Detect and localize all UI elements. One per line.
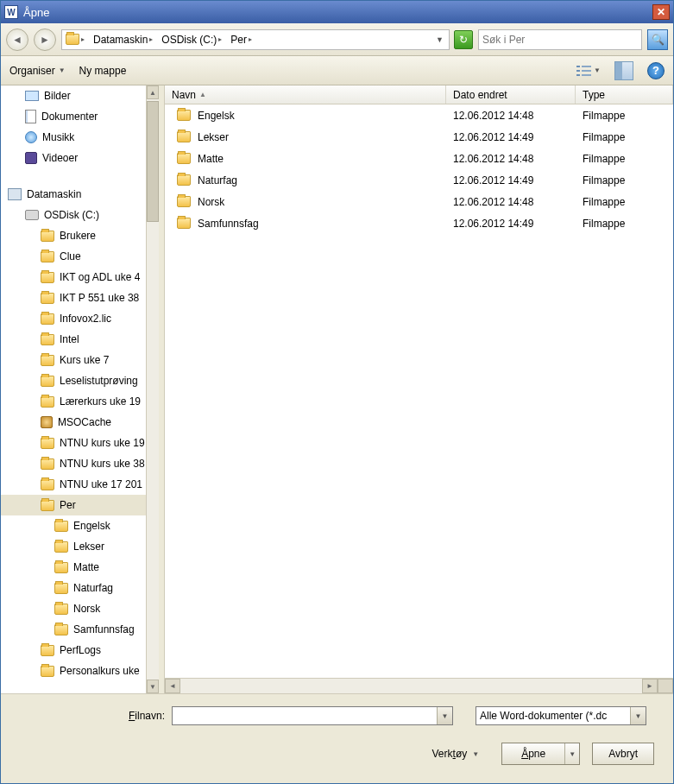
file-row[interactable]: Engelsk12.06.2012 14:48Filmappe: [165, 104, 673, 126]
chevron-right-icon: ▸: [218, 35, 222, 43]
tree-item[interactable]: Musikk: [1, 127, 146, 148]
open-button[interactable]: Åpne ▼: [501, 743, 580, 765]
tree-item[interactable]: NTNU kurs uke 19: [1, 433, 146, 453]
tree-item[interactable]: Dokumenter: [1, 106, 146, 127]
list-hscrollbar[interactable]: ◄ ►: [165, 678, 673, 693]
tree-item[interactable]: NTNU kurs uke 38: [1, 453, 146, 474]
column-header-name[interactable]: Navn ▲: [165, 85, 446, 104]
close-button[interactable]: ✕: [652, 4, 670, 20]
breadcrumb-label: OSDisk (C:): [161, 34, 217, 46]
search-input[interactable]: Søk i Per: [478, 29, 642, 50]
breadcrumb-item[interactable]: OSDisk (C:) ▸: [158, 31, 225, 48]
file-list-panel: Navn ▲ Dato endret Type Engelsk12.06.201…: [164, 85, 673, 693]
scroll-left-button[interactable]: ◄: [165, 679, 180, 693]
tree-item[interactable]: Naturfag: [1, 578, 146, 598]
list-view-icon: [576, 65, 591, 77]
tree-item[interactable]: Bilder: [1, 85, 146, 106]
new-folder-button[interactable]: Ny mappe: [79, 65, 127, 77]
file-row[interactable]: Lekser12.06.2012 14:49Filmappe: [165, 126, 673, 148]
tree-item[interactable]: Brukere: [1, 225, 146, 246]
disk-icon: [25, 210, 39, 220]
organize-menu[interactable]: Organiser ▼: [9, 65, 66, 77]
tree-item[interactable]: Infovox2.lic: [1, 308, 146, 329]
file-type: Filmappe: [583, 218, 673, 230]
main-area: BilderDokumenterMusikkVideoerDatamaskinO…: [1, 85, 673, 693]
tree-item[interactable]: Samfunnsfag: [1, 619, 146, 640]
tree-item[interactable]: Kurs uke 7: [1, 350, 146, 370]
folder-icon: [177, 196, 191, 207]
tools-menu[interactable]: Verktøy ▼: [432, 748, 480, 760]
folder-icon: [41, 313, 54, 325]
file-row[interactable]: Naturfag12.06.2012 14:49Filmappe: [165, 169, 673, 191]
app-icon: W: [4, 5, 18, 19]
column-header-type[interactable]: Type: [576, 85, 673, 104]
file-date: 12.06.2012 14:49: [453, 174, 583, 187]
breadcrumb[interactable]: ▸ Datamaskin ▸ OSDisk (C:) ▸ Per ▸ ▼: [61, 29, 450, 50]
tree-item[interactable]: Clue: [1, 246, 146, 267]
cancel-button[interactable]: Avbryt: [592, 743, 654, 765]
scroll-track[interactable]: [180, 679, 642, 693]
filter-dropdown-button[interactable]: ▼: [630, 707, 646, 724]
tree-item[interactable]: Personalkurs uke: [1, 661, 146, 681]
filetype-filter[interactable]: Alle Word-dokumenter (*.dc ▼: [476, 706, 646, 725]
help-button[interactable]: ?: [647, 62, 665, 79]
scroll-thumb[interactable]: [147, 101, 159, 222]
breadcrumb-item[interactable]: Datamaskin ▸: [90, 31, 156, 48]
scroll-up-button[interactable]: ▲: [147, 85, 159, 99]
tree-item-label: NTNU kurs uke 38: [60, 458, 145, 470]
tree-item[interactable]: MSOCache: [1, 412, 146, 433]
help-icon: ?: [652, 64, 659, 77]
scroll-right-button[interactable]: ►: [642, 679, 658, 693]
tree-item[interactable]: Lærerkurs uke 19: [1, 391, 146, 412]
tree-item[interactable]: OSDisk (C:): [1, 205, 146, 225]
tree-item[interactable]: Norsk: [1, 598, 146, 619]
filename-input[interactable]: ▼: [172, 706, 453, 725]
tree-item-label: Bilder: [44, 90, 71, 102]
tree-item[interactable]: Per: [1, 495, 146, 515]
tree-item[interactable]: NTNU uke 17 201: [1, 474, 146, 495]
refresh-icon: ↻: [459, 34, 468, 46]
tree-item-label: Personalkurs uke: [60, 665, 140, 677]
tree-item-label: IKT og ADL uke 4: [60, 271, 140, 283]
filename-dropdown-button[interactable]: ▼: [437, 707, 452, 724]
tree-scrollbar[interactable]: ▲ ▼: [146, 85, 159, 693]
folder-icon: [41, 666, 54, 677]
scroll-down-button[interactable]: ▼: [147, 680, 159, 693]
folder-tree[interactable]: BilderDokumenterMusikkVideoerDatamaskinO…: [1, 85, 146, 693]
view-mode-button[interactable]: ▼: [576, 61, 601, 80]
svg-rect-4: [576, 74, 580, 76]
tree-item[interactable]: Leselistutprøving: [1, 370, 146, 391]
file-row[interactable]: Samfunnsfag12.06.2012 14:49Filmappe: [165, 212, 673, 234]
tree-item[interactable]: Lekser: [1, 536, 146, 557]
tree-item[interactable]: Videoer: [1, 148, 146, 168]
tree-item[interactable]: Matte: [1, 557, 146, 578]
column-header-date[interactable]: Dato endret: [446, 85, 576, 104]
chevron-down-icon[interactable]: ▼: [436, 35, 444, 44]
file-row[interactable]: Matte12.06.2012 14:48Filmappe: [165, 148, 673, 169]
file-type: Filmappe: [583, 131, 673, 143]
preview-pane-button[interactable]: [614, 61, 633, 80]
refresh-button[interactable]: ↻: [454, 30, 473, 49]
file-list[interactable]: Engelsk12.06.2012 14:48FilmappeLekser12.…: [165, 104, 673, 678]
scroll-track[interactable]: [147, 99, 159, 680]
tree-item[interactable]: Intel: [1, 329, 146, 350]
search-button[interactable]: 🔍: [647, 29, 668, 50]
folder-icon: [41, 500, 54, 511]
forward-button[interactable]: ►: [34, 28, 56, 51]
open-dropdown-button[interactable]: ▼: [565, 750, 579, 758]
svg-rect-2: [576, 70, 580, 72]
folder-icon: [54, 604, 68, 615]
tree-item-label: Intel: [60, 333, 79, 345]
tree-item[interactable]: Engelsk: [1, 515, 146, 536]
new-folder-label: Ny mappe: [79, 65, 127, 77]
file-row[interactable]: Norsk12.06.2012 14:48Filmappe: [165, 191, 673, 212]
tree-item[interactable]: PerfLogs: [1, 640, 146, 661]
tree-item[interactable]: IKT og ADL uke 4: [1, 267, 146, 288]
tree-item[interactable]: IKT P 551 uke 38: [1, 288, 146, 308]
tree-item[interactable]: Datamaskin: [1, 184, 146, 205]
breadcrumb-item[interactable]: Per ▸: [227, 31, 255, 48]
chevron-right-icon: ▸: [81, 35, 85, 43]
back-button[interactable]: ◄: [6, 28, 28, 51]
folder-icon: [54, 583, 68, 594]
tree-item-label: Musikk: [42, 131, 74, 143]
